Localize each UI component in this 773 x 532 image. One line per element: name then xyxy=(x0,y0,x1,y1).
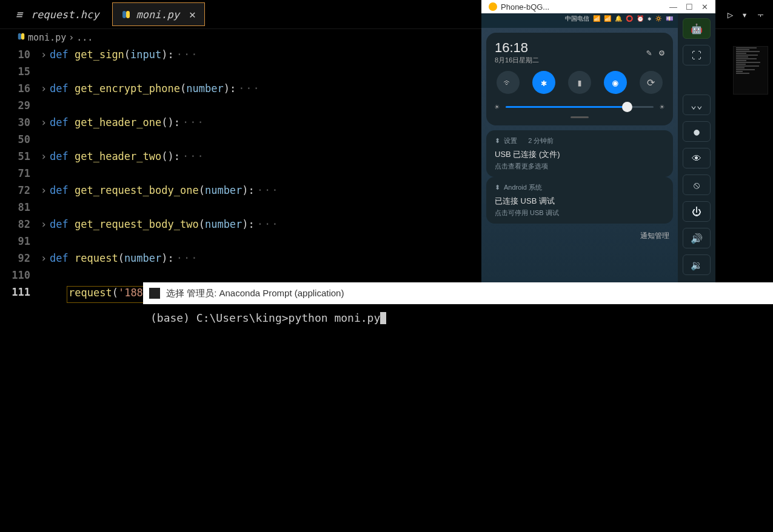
code-content: def get_request_body_one(number):··· xyxy=(50,184,279,201)
android-button[interactable]: 🤖 xyxy=(683,18,711,39)
code-content: def request(number):··· xyxy=(50,252,199,269)
line-number: 110 xyxy=(4,269,38,286)
android-icon xyxy=(489,2,497,11)
volume-up-button[interactable]: 🔊 xyxy=(683,228,711,248)
breadcrumb-sep: › xyxy=(69,32,74,43)
phone-screen[interactable]: 16:18 8月16日星期二 ✎ ⚙ ᯤ✱▮◉⟳ ☀ xyxy=(481,28,678,282)
clock-time: 16:18 xyxy=(495,40,539,56)
fullscreen-button[interactable]: ⛶ xyxy=(683,45,711,65)
code-content: def get_sign(input):··· xyxy=(50,48,199,65)
line-number: 29 xyxy=(4,99,38,116)
fold-chevron-icon[interactable]: › xyxy=(38,218,50,235)
fold-chevron-icon xyxy=(38,65,50,82)
panel-handle[interactable] xyxy=(571,116,589,118)
notification-card[interactable]: ⬍设置 2 分钟前USB 已连接 (文件)点击查看更多选项 xyxy=(486,130,673,177)
bluetooth-tile[interactable]: ✱ xyxy=(532,71,555,94)
python-file-icon xyxy=(17,32,25,43)
run-dropdown-icon[interactable]: ▾ xyxy=(741,9,748,21)
line-number: 72 xyxy=(4,184,38,201)
notif-subtitle: 点击查看更多选项 xyxy=(495,162,664,171)
fold-chevron-icon xyxy=(38,235,50,252)
code-content: def get_request_body_two(number):··· xyxy=(50,218,279,235)
svg-rect-0 xyxy=(122,11,126,18)
line-number: 81 xyxy=(4,201,38,218)
flashlight-tile[interactable]: ▮ xyxy=(568,71,591,94)
line-number: 16 xyxy=(4,82,38,99)
fold-chevron-icon xyxy=(38,167,50,184)
edit-icon[interactable]: ✎ xyxy=(646,47,652,58)
fold-chevron-icon[interactable]: › xyxy=(38,252,50,269)
tab-moni-py[interactable]: moni.py ✕ xyxy=(112,2,205,26)
power-button[interactable]: ⏻ xyxy=(683,201,711,222)
maximize-icon[interactable]: ☐ xyxy=(686,2,693,12)
fold-chevron-icon xyxy=(38,99,50,116)
line-number: 71 xyxy=(4,167,38,184)
line-number: 82 xyxy=(4,218,38,235)
phone-window-titlebar[interactable]: Phone-bQG... — ☐ ✕ xyxy=(481,0,715,13)
fold-chevron-icon xyxy=(38,269,50,286)
tab-request-hcy[interactable]: ≡ request.hcy xyxy=(7,3,107,25)
line-number: 91 xyxy=(4,235,38,252)
notif-app: 设置 xyxy=(504,136,517,145)
notif-title: 已连接 USB 调试 xyxy=(495,196,664,207)
minimize-icon[interactable]: — xyxy=(669,2,677,12)
terminal-cursor xyxy=(380,312,386,324)
run-icon[interactable]: ▷ xyxy=(728,9,734,21)
vibrate-tile[interactable]: ◉ xyxy=(604,71,627,94)
notification-manage[interactable]: 通知管理 xyxy=(486,228,673,241)
fold-chevron-icon[interactable]: › xyxy=(38,184,50,201)
chevrons-down-button[interactable]: ⌄⌄ xyxy=(683,95,711,115)
close-icon[interactable]: ✕ xyxy=(701,2,708,12)
svg-rect-3 xyxy=(21,33,24,40)
fold-chevron-icon xyxy=(38,286,50,303)
terminal-window: 选择 管理员: Anaconda Prompt (application) (b… xyxy=(143,282,773,532)
settings-gear-icon[interactable]: ⚙ xyxy=(659,47,664,58)
line-number: 50 xyxy=(4,133,38,150)
tab-label: request.hcy xyxy=(31,8,99,21)
fold-chevron-icon xyxy=(38,201,50,218)
notif-time: 2 分钟前 xyxy=(528,136,554,145)
circle-button[interactable]: ● xyxy=(683,121,711,142)
eye-button[interactable]: 👁 xyxy=(683,148,711,168)
fold-chevron-icon[interactable]: › xyxy=(38,150,50,167)
wifi-tile[interactable]: ᯤ xyxy=(497,71,520,94)
scrcpy-sidebar: 🤖⛶⌄⌄●👁⦸⏻🔊🔉 xyxy=(678,13,715,282)
volume-down-button[interactable]: 🔉 xyxy=(683,254,711,275)
code-content: def get_header_one():··· xyxy=(50,116,205,133)
svg-rect-2 xyxy=(18,33,21,40)
editor-top-toolbar: ▷ ▾ ⫟ xyxy=(720,0,773,29)
terminal-body[interactable]: (base) C:\Users\king>python moni.py xyxy=(143,304,773,532)
svg-rect-1 xyxy=(126,11,130,18)
terminal-title: 选择 管理员: Anaconda Prompt (application) xyxy=(166,288,344,299)
python-file-icon xyxy=(121,10,131,19)
quick-settings-panel: 16:18 8月16日星期二 ✎ ⚙ ᯤ✱▮◉⟳ ☀ xyxy=(486,33,673,125)
eye-off-button[interactable]: ⦸ xyxy=(683,175,711,195)
clock-date: 8月16日星期二 xyxy=(495,56,539,65)
rotate-tile[interactable]: ⟳ xyxy=(640,71,663,94)
code-content: request('188 xyxy=(67,286,145,303)
brightness-high-icon: ☀ xyxy=(660,102,664,111)
split-editor-icon[interactable]: ⫟ xyxy=(756,9,766,21)
fold-chevron-icon[interactable]: › xyxy=(38,116,50,133)
cmd-icon xyxy=(149,288,160,299)
line-number: 51 xyxy=(4,150,38,167)
notif-app: Android 系统 xyxy=(504,183,542,192)
line-number: 92 xyxy=(4,252,38,269)
minimap[interactable] xyxy=(733,46,768,95)
notification-card[interactable]: ⬍Android 系统已连接 USB 调试点击可停用 USB 调试 xyxy=(486,177,673,224)
phone-window-title: Phone-bQG... xyxy=(501,2,549,12)
usb-icon: ⬍ xyxy=(495,137,500,145)
fold-chevron-icon[interactable]: › xyxy=(38,82,50,99)
line-number: 111 xyxy=(4,286,38,303)
usb-icon: ⬍ xyxy=(495,184,500,191)
tab-label: moni.py xyxy=(136,8,179,21)
fold-chevron-icon[interactable]: › xyxy=(38,48,50,65)
terminal-command: python moni.py xyxy=(289,311,381,324)
terminal-titlebar[interactable]: 选择 管理员: Anaconda Prompt (application) xyxy=(143,282,773,304)
phone-mirror-window: Phone-bQG... — ☐ ✕ 中国电信 📶 📶 🔔 ⭕ ⏰ ✱ 🔅 💷 … xyxy=(481,0,715,282)
brightness-slider[interactable]: ☀ ☀ xyxy=(495,102,664,111)
close-tab-icon[interactable]: ✕ xyxy=(189,8,196,21)
notif-title: USB 已连接 (文件) xyxy=(495,149,664,160)
quick-settings-tiles: ᯤ✱▮◉⟳ xyxy=(495,71,664,94)
slider-thumb[interactable] xyxy=(622,102,632,112)
